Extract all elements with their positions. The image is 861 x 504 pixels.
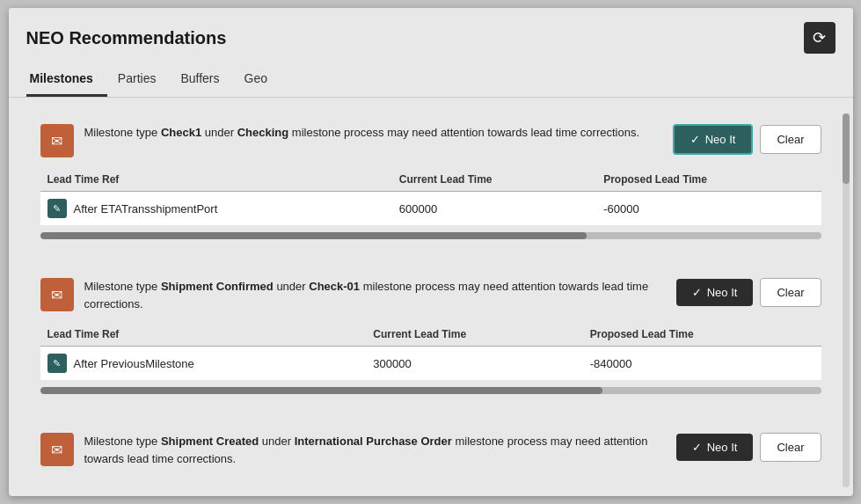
- col-header-proposed-3: Proposed Lead Time: [525, 478, 821, 480]
- checkmark-icon-3: ✓: [692, 441, 702, 454]
- col-header-proposed-1: Proposed Lead Time: [596, 168, 821, 192]
- data-table-1: Lead Time Ref Current Lead Time Proposed…: [40, 168, 821, 225]
- scrollbar-track[interactable]: [843, 113, 850, 487]
- tab-parties[interactable]: Parties: [114, 64, 171, 97]
- col-header-current-2: Current Lead Time: [366, 323, 582, 347]
- progress-bar-2: [40, 387, 821, 394]
- card-message-2: Milestone type Shipment Confirmed under …: [84, 278, 662, 312]
- neo-it-button-3[interactable]: ✓ Neo It: [676, 434, 754, 461]
- refresh-icon: ⟳: [813, 28, 826, 47]
- card-left-2: ✉ Milestone type Shipment Confirmed unde…: [40, 278, 662, 312]
- table-row: ✎ After PreviousMilestone 300000 -840000: [40, 347, 821, 381]
- neo-it-button-1[interactable]: ✓ Neo It: [673, 124, 754, 155]
- col-header-proposed-2: Proposed Lead Time: [583, 323, 821, 347]
- data-table-3: Lead Time Ref Current Lead Time Proposed…: [40, 478, 821, 480]
- recommendation-card-1: ✉ Milestone type Check1 under Checking m…: [26, 112, 835, 252]
- checkmark-icon-1: ✓: [690, 133, 700, 146]
- panel-header: NEO Recommendations ⟳: [9, 8, 853, 64]
- card-top-1: ✉ Milestone type Check1 under Checking m…: [40, 124, 821, 157]
- recommendation-card-2: ✉ Milestone type Shipment Confirmed unde…: [26, 266, 835, 406]
- data-table-2: Lead Time Ref Current Lead Time Proposed…: [40, 323, 821, 380]
- tab-geo[interactable]: Geo: [241, 64, 281, 97]
- cell-current-1-0: 600000: [392, 192, 596, 226]
- progress-bar-fill-2: [40, 387, 602, 394]
- clear-button-3[interactable]: Clear: [760, 433, 821, 462]
- cell-current-2-0: 300000: [366, 347, 582, 381]
- clear-button-2[interactable]: Clear: [760, 278, 821, 307]
- col-header-current-3: Current Lead Time: [256, 478, 525, 480]
- edit-icon-2-0[interactable]: ✎: [47, 354, 67, 373]
- card-top-2: ✉ Milestone type Shipment Confirmed unde…: [40, 278, 821, 312]
- col-header-ref-3: Lead Time Ref: [40, 478, 257, 480]
- recommendation-card-3: ✉ Milestone type Shipment Created under …: [26, 420, 835, 480]
- content-area: ✉ Milestone type Check1 under Checking m…: [9, 98, 853, 480]
- card-icon-1: ✉: [40, 124, 74, 157]
- tabs-bar: Milestones Parties Buffers Geo: [9, 64, 853, 98]
- progress-bar-1: [40, 232, 821, 239]
- main-panel: NEO Recommendations ⟳ Milestones Parties…: [9, 8, 853, 496]
- panel-title: NEO Recommendations: [26, 28, 227, 48]
- cell-ref-1-0: ✎ After ETATransshipmentPort: [40, 192, 392, 226]
- col-header-ref-2: Lead Time Ref: [40, 323, 367, 347]
- cell-proposed-1-0: -60000: [596, 192, 821, 226]
- table-row: ✎ After ETATransshipmentPort 600000 -600…: [40, 192, 821, 226]
- col-header-ref-1: Lead Time Ref: [40, 168, 392, 192]
- clear-button-1[interactable]: Clear: [760, 125, 821, 154]
- tab-buffers[interactable]: Buffers: [177, 64, 233, 97]
- neo-it-button-2[interactable]: ✓ Neo It: [676, 279, 754, 306]
- progress-bar-fill-1: [40, 232, 587, 239]
- col-header-current-1: Current Lead Time: [392, 168, 596, 192]
- card-left-3: ✉ Milestone type Shipment Created under …: [40, 433, 662, 467]
- card-top-3: ✉ Milestone type Shipment Created under …: [40, 433, 821, 467]
- refresh-button[interactable]: ⟳: [804, 22, 835, 54]
- cell-ref-2-0: ✎ After PreviousMilestone: [40, 347, 367, 381]
- cell-proposed-2-0: -840000: [583, 347, 821, 381]
- card-left-1: ✉ Milestone type Check1 under Checking m…: [40, 124, 659, 157]
- scrollbar-thumb[interactable]: [843, 113, 850, 184]
- checkmark-icon-2: ✓: [692, 286, 702, 299]
- card-actions-1: ✓ Neo It Clear: [673, 124, 821, 155]
- card-message-3: Milestone type Shipment Created under In…: [84, 433, 662, 467]
- card-icon-3: ✉: [40, 433, 74, 466]
- card-actions-2: ✓ Neo It Clear: [676, 278, 821, 307]
- card-message-1: Milestone type Check1 under Checking mil…: [84, 124, 659, 142]
- card-icon-2: ✉: [40, 278, 74, 311]
- tab-milestones[interactable]: Milestones: [26, 64, 107, 97]
- edit-icon-1-0[interactable]: ✎: [47, 199, 67, 218]
- card-actions-3: ✓ Neo It Clear: [676, 433, 821, 462]
